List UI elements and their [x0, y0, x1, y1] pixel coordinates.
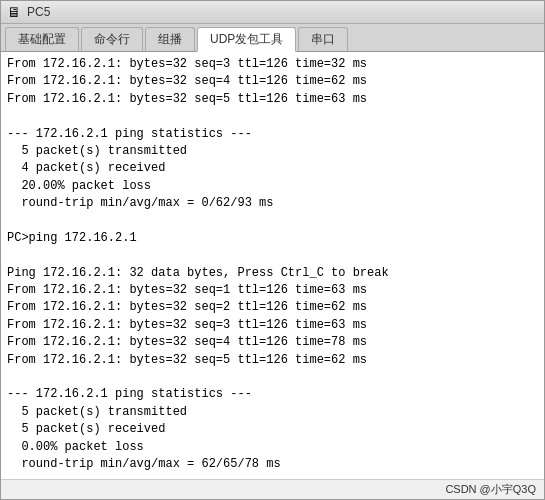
tab-命令行[interactable]: 命令行 [81, 27, 143, 51]
terminal-line: 0.00% packet loss [7, 439, 538, 456]
tab-基础配置[interactable]: 基础配置 [5, 27, 79, 51]
terminal-line: 5 packet(s) transmitted [7, 404, 538, 421]
terminal-line [7, 473, 538, 479]
terminal-line: From 172.16.2.1: bytes=32 seq=4 ttl=126 … [7, 334, 538, 351]
terminal-line: 20.00% packet loss [7, 178, 538, 195]
title-bar: 🖥 PC5 [1, 1, 544, 24]
terminal-line: Ping 172.16.2.1: 32 data bytes, Press Ct… [7, 265, 538, 282]
terminal-line: 4 packet(s) received [7, 160, 538, 177]
main-window: 🖥 PC5 基础配置命令行组播UDP发包工具串口 From 172.16.2.1… [0, 0, 545, 500]
terminal-line: From 172.16.2.1: bytes=32 seq=3 ttl=126 … [7, 317, 538, 334]
watermark: CSDN @小宇Q3Q [445, 482, 536, 497]
terminal-line: round-trip min/avg/max = 62/65/78 ms [7, 456, 538, 473]
terminal-line: From 172.16.2.1: bytes=32 seq=2 ttl=126 … [7, 299, 538, 316]
window-icon: 🖥 [7, 4, 21, 20]
terminal-line: --- 172.16.2.1 ping statistics --- [7, 126, 538, 143]
tab-bar: 基础配置命令行组播UDP发包工具串口 [1, 24, 544, 52]
terminal-output[interactable]: From 172.16.2.1: bytes=32 seq=3 ttl=126 … [1, 52, 544, 479]
terminal-line: 5 packet(s) received [7, 421, 538, 438]
terminal-line: round-trip min/avg/max = 0/62/93 ms [7, 195, 538, 212]
terminal-line: From 172.16.2.1: bytes=32 seq=5 ttl=126 … [7, 352, 538, 369]
terminal-line [7, 369, 538, 386]
terminal-line: From 172.16.2.1: bytes=32 seq=3 ttl=126 … [7, 56, 538, 73]
tab-UDP发包工具[interactable]: UDP发包工具 [197, 27, 296, 52]
terminal-line [7, 108, 538, 125]
terminal-line: --- 172.16.2.1 ping statistics --- [7, 386, 538, 403]
terminal-line: From 172.16.2.1: bytes=32 seq=4 ttl=126 … [7, 73, 538, 90]
terminal-line [7, 213, 538, 230]
terminal-line [7, 247, 538, 264]
tab-组播[interactable]: 组播 [145, 27, 195, 51]
terminal-line: From 172.16.2.1: bytes=32 seq=1 ttl=126 … [7, 282, 538, 299]
terminal-line: From 172.16.2.1: bytes=32 seq=5 ttl=126 … [7, 91, 538, 108]
bottom-bar: CSDN @小宇Q3Q [1, 479, 544, 499]
terminal-line: 5 packet(s) transmitted [7, 143, 538, 160]
terminal-line: PC>ping 172.16.2.1 [7, 230, 538, 247]
window-title: PC5 [27, 5, 50, 19]
tab-串口[interactable]: 串口 [298, 27, 348, 51]
